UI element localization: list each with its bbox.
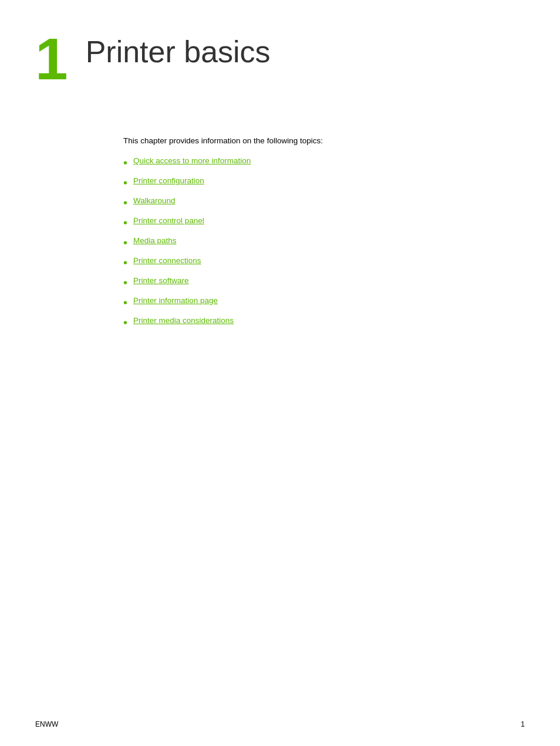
toc-list-item: •Quick access to more information [123,156,525,170]
chapter-title: Printer basics [86,29,271,69]
toc-list-item: •Printer connections [123,256,525,270]
bullet-icon: • [123,315,127,330]
page-container: 1 Printer basics This chapter provides i… [0,0,560,746]
toc-link-3[interactable]: Printer control panel [133,216,204,225]
toc-list-item: •Media paths [123,236,525,250]
toc-list-item: •Walkaround [123,196,525,210]
toc-list: •Quick access to more information•Printe… [123,156,525,330]
bullet-icon: • [123,275,127,290]
bullet-icon: • [123,175,127,190]
bullet-icon: • [123,155,127,170]
toc-link-0[interactable]: Quick access to more information [133,156,251,165]
toc-link-1[interactable]: Printer configuration [133,176,204,185]
bullet-icon: • [123,255,127,270]
header-section: 1 Printer basics [35,23,525,88]
toc-link-5[interactable]: Printer connections [133,256,201,265]
toc-link-2[interactable]: Walkaround [133,196,176,205]
toc-link-7[interactable]: Printer information page [133,296,218,305]
toc-list-item: •Printer media considerations [123,316,525,330]
footer-right-label: 1 [521,720,525,728]
bullet-icon: • [123,215,127,230]
bullet-icon: • [123,295,127,310]
toc-link-8[interactable]: Printer media considerations [133,316,234,325]
toc-list-item: •Printer information page [123,296,525,310]
chapter-number: 1 [35,29,68,88]
bullet-icon: • [123,235,127,250]
toc-list-item: •Printer software [123,276,525,290]
toc-link-6[interactable]: Printer software [133,276,189,285]
intro-text: This chapter provides information on the… [123,135,525,147]
toc-link-4[interactable]: Media paths [133,236,177,245]
content-section: This chapter provides information on the… [123,135,525,330]
footer: ENWW 1 [35,720,525,728]
footer-left-label: ENWW [35,720,58,728]
toc-list-item: •Printer configuration [123,176,525,190]
toc-list-item: •Printer control panel [123,216,525,230]
bullet-icon: • [123,195,127,210]
